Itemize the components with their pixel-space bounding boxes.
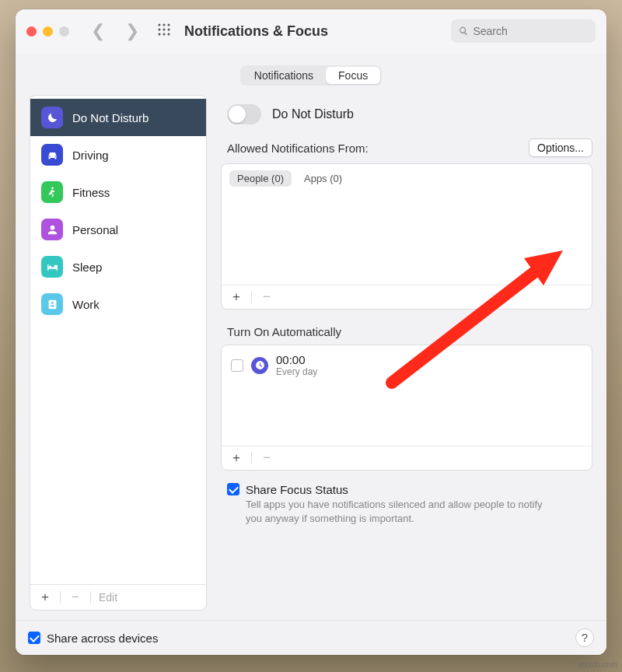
allowed-header: Allowed Notifications From: Options...: [221, 138, 592, 163]
allowed-title: Allowed Notifications From:: [227, 142, 369, 155]
sidebar-item-driving[interactable]: Driving: [30, 136, 206, 173]
tab-notifications[interactable]: Notifications: [242, 67, 326, 84]
focus-list: Do Not Disturb Driving Fitness: [30, 96, 206, 584]
bottom-bar: Share across devices ?: [16, 620, 606, 655]
svg-point-6: [159, 33, 161, 36]
forward-button[interactable]: ❯: [125, 21, 139, 41]
sidebar-item-label: Do Not Disturb: [72, 111, 149, 124]
svg-point-2: [168, 24, 170, 26]
allowed-segments: People (0) Apps (0): [222, 164, 592, 193]
minimize-window-button[interactable]: [43, 26, 53, 37]
svg-point-3: [159, 29, 161, 31]
help-button[interactable]: ?: [575, 628, 594, 647]
schedule-text: 00:00 Every day: [276, 353, 317, 377]
segment-people[interactable]: People (0): [229, 170, 292, 187]
add-focus-button[interactable]: +: [38, 590, 52, 605]
allowed-footer: + −: [222, 285, 592, 309]
svg-point-0: [159, 24, 161, 26]
moon-icon: [41, 107, 63, 128]
divider: [251, 291, 252, 303]
remove-focus-button[interactable]: −: [68, 590, 82, 605]
sidebar-item-label: Sleep: [72, 261, 102, 274]
sidebar-item-label: Fitness: [72, 186, 110, 199]
search-icon: [459, 26, 468, 37]
tabbar: Notifications Focus: [16, 53, 606, 95]
all-prefs-icon[interactable]: [158, 23, 170, 39]
preferences-window: ❮ ❯ Notifications & Focus Notifications …: [16, 9, 606, 655]
sidebar-item-sleep[interactable]: Sleep: [30, 248, 206, 285]
schedule-time: 00:00: [276, 353, 317, 366]
watermark: wsxdn.com: [578, 660, 617, 669]
segment-apps[interactable]: Apps (0): [296, 170, 350, 187]
add-schedule-button[interactable]: +: [229, 450, 243, 466]
window-controls: [26, 26, 69, 37]
focus-detail: Do Not Disturb Allowed Notifications Fro…: [221, 95, 592, 611]
auto-panel: 00:00 Every day + −: [221, 345, 592, 471]
svg-point-4: [163, 29, 166, 31]
share-status-checkbox[interactable]: [227, 483, 239, 495]
svg-point-5: [168, 29, 170, 31]
share-status-block: Share Focus Status Tell apps you have no…: [221, 481, 592, 525]
sidebar-item-label: Work: [72, 298, 100, 311]
content-area: Do Not Disturb Driving Fitness: [16, 95, 606, 620]
sidebar-item-fitness[interactable]: Fitness: [30, 173, 206, 211]
share-devices-label: Share across devices: [47, 632, 158, 645]
divider: [90, 591, 91, 604]
sidebar-item-work[interactable]: Work: [30, 285, 206, 323]
tab-focus[interactable]: Focus: [326, 67, 380, 84]
focus-sidebar: Do Not Disturb Driving Fitness: [30, 95, 207, 611]
allowed-list: [222, 193, 592, 285]
nav-arrows: ❮ ❯: [91, 21, 139, 41]
tabs: Notifications Focus: [240, 65, 382, 86]
close-window-button[interactable]: [26, 26, 37, 37]
share-devices-checkbox[interactable]: [28, 632, 40, 644]
svg-point-8: [168, 33, 170, 36]
focus-toggle[interactable]: [227, 104, 261, 124]
remove-schedule-button[interactable]: −: [260, 450, 274, 466]
focus-toggle-label: Do Not Disturb: [272, 107, 354, 121]
car-icon: [41, 144, 63, 166]
sidebar-item-label: Driving: [72, 149, 109, 162]
sidebar-item-personal[interactable]: Personal: [30, 211, 206, 248]
auto-title: Turn On Automatically: [221, 325, 592, 345]
search-field[interactable]: [451, 19, 596, 43]
sidebar-item-do-not-disturb[interactable]: Do Not Disturb: [30, 99, 206, 136]
focus-toggle-row: Do Not Disturb: [221, 95, 592, 138]
schedule-subtitle: Every day: [276, 366, 317, 377]
share-status-title: Share Focus Status: [246, 483, 348, 496]
back-button[interactable]: ❮: [91, 21, 105, 41]
remove-allowed-button[interactable]: −: [260, 289, 274, 305]
allowed-panel: People (0) Apps (0) + −: [221, 163, 592, 310]
svg-point-7: [163, 33, 166, 36]
badge-icon: [41, 293, 63, 315]
divider: [251, 452, 252, 464]
window-title: Notifications & Focus: [184, 23, 451, 40]
svg-point-1: [163, 24, 166, 26]
schedule-row[interactable]: 00:00 Every day: [222, 345, 592, 385]
sidebar-footer: + − Edit: [30, 584, 206, 610]
schedule-checkbox[interactable]: [231, 359, 243, 372]
share-status-desc: Tell apps you have notifications silence…: [246, 498, 557, 525]
sidebar-item-label: Personal: [72, 223, 118, 236]
add-allowed-button[interactable]: +: [229, 289, 243, 305]
running-icon: [41, 181, 63, 203]
options-button[interactable]: Options...: [529, 138, 592, 157]
divider: [60, 591, 61, 604]
bed-icon: [41, 256, 63, 278]
clock-icon: [251, 357, 268, 374]
person-icon: [41, 219, 63, 240]
search-input[interactable]: [473, 25, 588, 37]
edit-button[interactable]: Edit: [99, 591, 117, 604]
auto-footer: + −: [222, 446, 592, 470]
zoom-window-button[interactable]: [59, 26, 69, 37]
titlebar: ❮ ❯ Notifications & Focus: [16, 9, 606, 53]
